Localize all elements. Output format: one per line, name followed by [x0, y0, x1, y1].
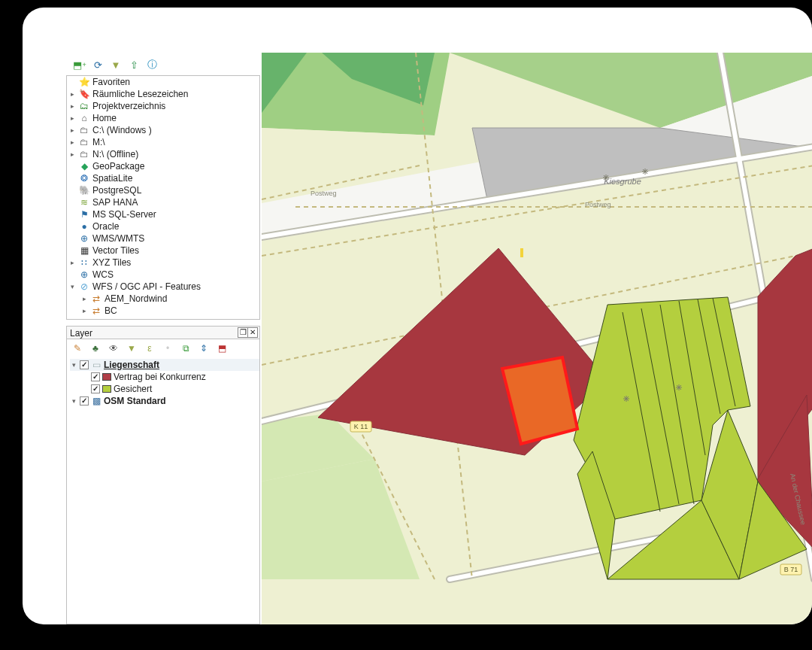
layer-panel-title: Layer: [70, 328, 92, 339]
browser-item-label: WFS / OGC API - Features: [92, 281, 201, 293]
map-label-postweg-left: Postweg: [311, 190, 337, 197]
expand-arrow-icon[interactable]: ▸: [68, 100, 76, 112]
datasource-icon: 🗀: [79, 149, 89, 159]
datasource-icon: ≋: [79, 197, 89, 208]
browser-item-label: M:\: [92, 136, 105, 148]
expand-arrow-icon[interactable]: ▸: [68, 112, 76, 124]
datasource-icon: 🗀: [79, 125, 89, 135]
filter-icon[interactable]: ▼: [110, 59, 122, 71]
layer-remove-icon[interactable]: ⬒: [216, 342, 228, 354]
layer-expr-icon[interactable]: ε: [144, 342, 156, 354]
browser-item-label: Favoriten: [92, 76, 130, 88]
layer-visibility-icon[interactable]: 👁: [108, 342, 120, 354]
expand-arrow-icon[interactable]: ▸: [68, 148, 76, 160]
road-shield-k11: K 11: [350, 421, 371, 432]
datasource-icon: ⭐: [79, 77, 89, 87]
layer-osm-standard[interactable]: ▾ ✓ ▩ OSM Standard: [70, 395, 259, 407]
browser-item-label: SAP HANA: [92, 196, 138, 208]
browser-item[interactable]: ▸🗀C:\ (Windows ): [67, 124, 259, 136]
browser-item-label: Projektverzeichnis: [92, 100, 165, 112]
browser-item[interactable]: ▸🐘PostgreSQL: [67, 184, 259, 196]
browser-item[interactable]: ▸🗀M:\: [67, 136, 259, 148]
expand-arrow-icon[interactable]: ▸: [68, 136, 76, 148]
browser-item-label: N:\ (Offline): [92, 148, 138, 160]
browser-tree[interactable]: ▸⭐Favoriten▸🔖Räumliche Lesezeichen▸🗂Proj…: [66, 75, 260, 320]
datasource-icon: ●: [79, 221, 89, 232]
browser-item[interactable]: ▸≋SAP HANA: [67, 196, 259, 208]
layer-label: OSM Standard: [104, 395, 166, 407]
browser-item[interactable]: ▸▦Vector Tiles: [67, 245, 259, 257]
collapse-icon[interactable]: ⇧: [128, 59, 140, 71]
layer-liegenschaft[interactable]: ▾ ✓ ▭ Liegenschaft: [70, 359, 259, 371]
checkbox-icon[interactable]: ✓: [80, 396, 89, 405]
browser-item[interactable]: ▸❂SpatiaLite: [67, 172, 259, 184]
legend-item-konkurrenz[interactable]: ✓ Vertrag bei Konkurrenz: [70, 371, 259, 383]
browser-item[interactable]: ▸⚑MS SQL-Server: [67, 208, 259, 220]
legend-label: Gesichert: [114, 383, 152, 395]
expand-arrow-icon[interactable]: ▸: [68, 124, 76, 136]
layer-expand-icon[interactable]: ⇕: [198, 342, 210, 354]
checkbox-icon[interactable]: ✓: [91, 372, 100, 381]
browser-item-label: MS SQL-Server: [92, 208, 156, 220]
expand-arrow-icon[interactable]: ▸: [80, 305, 88, 317]
close-icon[interactable]: ✕: [247, 327, 258, 338]
layer-panel-title-bar: Layer ❐ ✕: [67, 326, 259, 339]
layer-label: Liegenschaft: [104, 359, 159, 371]
legend-item-gesichert[interactable]: ✓ Gesichert: [70, 383, 259, 395]
map-label-postweg-right: Postweg: [585, 201, 611, 208]
browser-item-label: BC: [105, 305, 117, 317]
layer-style-icon[interactable]: ✎: [71, 342, 83, 354]
checkbox-icon[interactable]: ✓: [80, 360, 89, 369]
browser-item[interactable]: ▾⊘WFS / OGC API - Features: [67, 281, 259, 293]
datasource-icon: ⌂: [79, 113, 89, 123]
datasource-icon: 🐘: [79, 185, 89, 196]
datasource-icon: 🗀: [79, 137, 89, 147]
browser-item[interactable]: ▸⊕WMS/WMTS: [67, 232, 259, 245]
checkbox-icon[interactable]: ✓: [91, 384, 100, 393]
browser-item-label: Home: [92, 112, 117, 124]
layer-panel: Layer ❐ ✕ ✎ ♣ 👁 ▼ ε • ⧉ ⇕ ⬒: [66, 326, 260, 624]
browser-item[interactable]: ▸🗂Projektverzeichnis: [67, 100, 259, 112]
layer-group-icon[interactable]: ⧉: [180, 342, 192, 354]
info-icon[interactable]: ⓘ: [146, 59, 158, 71]
browser-item[interactable]: ▸🔖Räumliche Lesezeichen: [67, 88, 259, 100]
browser-item[interactable]: ▸●Oracle: [67, 220, 259, 232]
layer-tree-icon[interactable]: ♣: [89, 342, 102, 354]
svg-rect-25: [520, 248, 523, 257]
browser-item[interactable]: ▸⇄AEM_Nordwind: [67, 293, 259, 305]
browser-item[interactable]: ▸⇄BC: [67, 305, 259, 317]
legend-swatch-green: [102, 385, 111, 393]
browser-item[interactable]: ▸◆GeoPackage: [67, 160, 259, 172]
layer-filter-icon[interactable]: ▼: [126, 342, 138, 354]
browser-item[interactable]: ▸⊕WCS: [67, 269, 259, 281]
undock-icon[interactable]: ❐: [238, 327, 248, 338]
browser-item-label: Oracle: [92, 220, 119, 232]
svg-text:K 11: K 11: [354, 423, 368, 430]
expand-arrow-icon[interactable]: ▾: [68, 281, 76, 293]
browser-item[interactable]: ▸🗀N:\ (Offline): [67, 148, 259, 160]
expand-arrow-icon[interactable]: ▸: [80, 293, 88, 305]
road-shield-b71: B 71: [780, 564, 801, 575]
layer-tree[interactable]: ▾ ✓ ▭ Liegenschaft ✓ Vertrag bei Konkurr…: [67, 357, 259, 407]
datasource-icon: ⊕: [79, 269, 89, 280]
map-canvas[interactable]: Kiesgrube Postweg Postweg K 11 B 71 An d…: [262, 53, 812, 624]
refresh-icon[interactable]: ⟳: [92, 59, 104, 71]
expand-arrow-icon[interactable]: ▸: [68, 257, 76, 269]
browser-item-label: Vector Tiles: [92, 245, 139, 257]
browser-item[interactable]: ▸⌂Home: [67, 112, 259, 124]
browser-item-label: AEM_Nordwind: [105, 293, 167, 305]
expand-arrow-icon[interactable]: ▸: [68, 88, 76, 100]
map-label-kiesgrube: Kiesgrube: [604, 177, 641, 186]
datasource-icon: ∷: [79, 257, 89, 268]
browser-item[interactable]: ▸∷XYZ Tiles: [67, 257, 259, 269]
add-layer-icon[interactable]: ⬒+: [74, 59, 86, 71]
browser-item[interactable]: ▸⭐Favoriten: [67, 76, 259, 88]
browser-item-label: Räumliche Lesezeichen: [92, 88, 188, 100]
legend-swatch-red: [102, 373, 111, 381]
datasource-icon: ❂: [79, 173, 89, 184]
browser-toolbar: ⬒+ ⟳ ▼ ⇧ ⓘ: [74, 59, 158, 71]
browser-item-label: C:\ (Windows ): [92, 124, 152, 136]
raster-layer-icon: ▩: [91, 396, 102, 406]
browser-item-label: XYZ Tiles: [92, 257, 131, 269]
datasource-icon: ▦: [79, 245, 89, 256]
